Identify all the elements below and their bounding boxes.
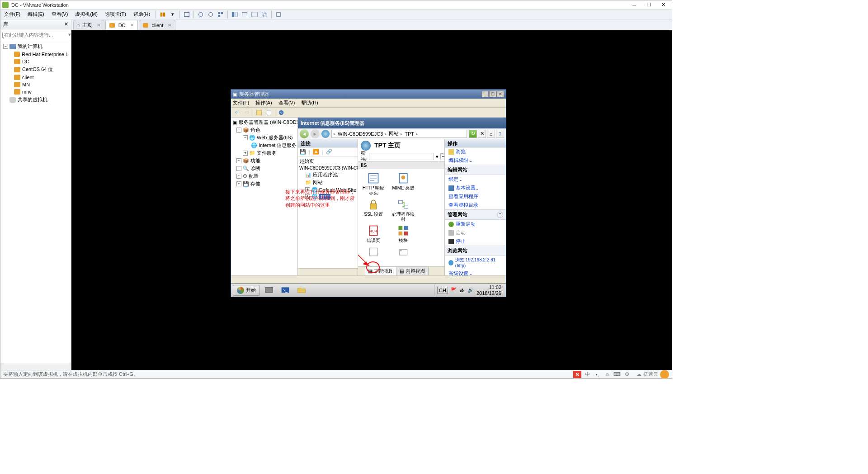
- action-start[interactable]: 启动: [445, 228, 506, 237]
- menu-help[interactable]: 帮助(H): [130, 9, 154, 19]
- minimize-button[interactable]: ─: [627, 1, 641, 9]
- conn-default-site[interactable]: +🌐 Default Web Site: [299, 186, 357, 193]
- tree-server-root[interactable]: ▣ 服务器管理器 (WIN-C8DD599EJC: [232, 118, 297, 126]
- tab-client[interactable]: client✕: [139, 20, 176, 30]
- snapshot-manager-button[interactable]: [216, 10, 226, 19]
- close-button[interactable]: ✕: [656, 1, 670, 9]
- action-basic-settings[interactable]: 基本设置...: [445, 184, 506, 192]
- menu-vm[interactable]: 虚拟机(M): [71, 9, 101, 19]
- breadcrumb[interactable]: ▸WIN-C8DD599EJC3 ▸网站 ▸TPT ▸: [331, 130, 467, 138]
- tab-close-icon[interactable]: ✕: [130, 23, 134, 28]
- tab-close-icon[interactable]: ✕: [97, 23, 100, 28]
- action-view-vdirs[interactable]: 查看虚拟目录: [445, 201, 506, 209]
- fit-guest-button[interactable]: [230, 10, 240, 19]
- expand-icon[interactable]: +: [236, 174, 241, 179]
- fullscreen-button[interactable]: [250, 10, 259, 19]
- conn-scrollbar[interactable]: [298, 268, 358, 275]
- menu-edit[interactable]: 编辑(E): [24, 9, 48, 19]
- start-button[interactable]: 开始: [233, 285, 260, 296]
- snapshot-button[interactable]: [196, 10, 206, 19]
- bc-sites[interactable]: 网站: [389, 130, 399, 137]
- tree-diagnostics[interactable]: +🔍 诊断: [232, 165, 297, 172]
- tab-home[interactable]: ⌂主页✕: [73, 20, 104, 30]
- icon-error-pages[interactable]: 404错误页: [361, 224, 386, 243]
- snapshot-revert-button[interactable]: [206, 10, 216, 19]
- sb-input-icon[interactable]: S: [573, 371, 581, 378]
- tree-vm-mnv[interactable]: mnv: [1, 88, 70, 95]
- tree-vm-centos[interactable]: CentOS 64 位: [1, 65, 70, 74]
- properties-button[interactable]: [265, 109, 273, 117]
- back-button[interactable]: ⇦: [233, 109, 241, 117]
- refresh-button[interactable]: [255, 109, 263, 117]
- action-browse-url[interactable]: 浏览 192.168.2.2:81 (http): [445, 256, 506, 269]
- expand-icon[interactable]: +: [236, 158, 241, 163]
- tree-config[interactable]: +⚙ 配置: [232, 172, 297, 180]
- inner-h-scrollbar[interactable]: [231, 275, 506, 283]
- forward-button[interactable]: ⇨: [243, 109, 251, 117]
- icon-extra1[interactable]: [361, 246, 386, 259]
- conn-host[interactable]: WIN-C8DD599EJC3 (WIN-C8DD5: [299, 165, 357, 171]
- inner-maximize-button[interactable]: ☐: [489, 91, 496, 97]
- nav-go-button[interactable]: ↻: [469, 130, 477, 138]
- tab-dc[interactable]: DC✕: [105, 20, 138, 30]
- icon-extra2[interactable]: [391, 246, 416, 259]
- menu-tabs[interactable]: 选项卡(T): [101, 9, 130, 19]
- action-bindings[interactable]: 绑定...: [445, 175, 506, 184]
- chevron-up-icon[interactable]: ˄: [497, 212, 503, 218]
- tab-content-view[interactable]: ▤内容视图: [396, 266, 429, 275]
- search-dropdown-icon[interactable]: ▾: [68, 32, 71, 38]
- action-advanced[interactable]: 高级设置...: [445, 269, 506, 275]
- collapse-icon[interactable]: −: [236, 128, 241, 133]
- thumbnail-button[interactable]: [274, 10, 283, 19]
- conn-tpt-site[interactable]: +🌐 TPT: [299, 193, 357, 200]
- unity-button[interactable]: [259, 10, 269, 19]
- inner-menu-action[interactable]: 操作(A): [255, 100, 272, 106]
- action-view-apps[interactable]: 查看应用程序: [445, 192, 506, 201]
- expand-icon[interactable]: +: [305, 194, 310, 199]
- nav-stop-button[interactable]: ✕: [478, 130, 486, 138]
- pause-button[interactable]: ▮▮: [158, 10, 168, 19]
- tree-storage[interactable]: +💾 存储: [232, 180, 297, 188]
- sb-keyboard-icon[interactable]: ⌨: [613, 371, 621, 378]
- filter-clear-icon[interactable]: ☰: [440, 153, 445, 160]
- collapse-icon[interactable]: −: [3, 44, 8, 49]
- clock[interactable]: 11:02 2018/12/26: [476, 284, 501, 295]
- library-close-button[interactable]: ✕: [64, 21, 68, 27]
- conn-connect-icon[interactable]: 🔗: [326, 149, 332, 155]
- icon-mime-types[interactable]: MIME 类型: [391, 172, 416, 195]
- menu-view[interactable]: 查看(V): [48, 9, 72, 19]
- power-dropdown[interactable]: ▾: [168, 10, 178, 19]
- action-browse[interactable]: 浏览: [445, 147, 506, 156]
- icon-modules[interactable]: 模块: [391, 224, 416, 243]
- inner-menu-file[interactable]: 文件(F): [233, 100, 249, 106]
- menu-file[interactable]: 文件(F): [0, 9, 24, 19]
- conn-up-icon[interactable]: 🔼: [313, 149, 319, 155]
- expand-icon[interactable]: +: [305, 187, 310, 192]
- tree-my-computer[interactable]: − 我的计算机: [1, 42, 70, 51]
- tree-file-service[interactable]: +📁 文件服务: [232, 149, 297, 157]
- inner-menu-help[interactable]: 帮助(H): [301, 100, 318, 106]
- collapse-icon[interactable]: −: [243, 135, 248, 140]
- tree-vm-client[interactable]: client: [1, 74, 70, 81]
- send-cad-button[interactable]: [182, 10, 192, 19]
- conn-app-pools[interactable]: 📊 应用程序池: [299, 171, 357, 179]
- tab-features-view[interactable]: ▦功能视图: [365, 266, 397, 275]
- expand-icon[interactable]: +: [236, 181, 241, 186]
- expand-icon[interactable]: +: [236, 166, 241, 171]
- vm-viewport[interactable]: ▣服务器管理器 _ ☐ ✕ 文件(F) 操作(A) 查看(V) 帮助(H): [71, 30, 672, 370]
- sb-emoji-icon[interactable]: ☺: [603, 371, 611, 378]
- icon-ssl[interactable]: SSL 设置: [361, 198, 386, 222]
- inner-close-button[interactable]: ✕: [497, 91, 504, 97]
- tree-vm-dc[interactable]: DC: [1, 58, 70, 65]
- nav-help-button[interactable]: ?: [496, 130, 504, 138]
- filter-go-icon[interactable]: ▾: [436, 154, 439, 160]
- action-restart[interactable]: 重新启动: [445, 220, 506, 228]
- expand-icon[interactable]: +: [243, 151, 248, 156]
- lang-indicator[interactable]: CH: [437, 287, 448, 294]
- task-server-manager[interactable]: [262, 285, 276, 296]
- conn-start-page[interactable]: 起始页: [299, 157, 357, 165]
- nav-back-button[interactable]: ◄: [300, 129, 309, 138]
- nav-home-button[interactable]: ⌂: [487, 130, 495, 138]
- inner-titlebar[interactable]: ▣服务器管理器 _ ☐ ✕: [231, 90, 506, 99]
- tray-flag-icon[interactable]: 🚩: [451, 287, 457, 293]
